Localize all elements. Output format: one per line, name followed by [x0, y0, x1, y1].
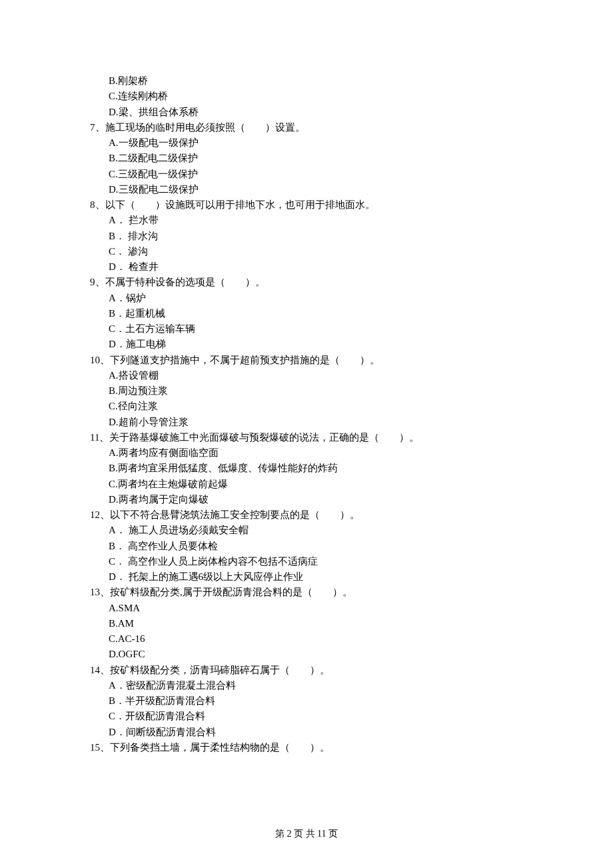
option-text: D． 检查井 — [90, 259, 523, 275]
option-text: B． 高空作业人员要体检 — [90, 539, 523, 554]
option-text: C.AC-16 — [90, 631, 523, 647]
option-text: C.两者均在主炮爆破前起爆 — [90, 477, 523, 492]
question-text: 8、以下（ ）设施既可以用于排地下水，也可用于排地面水。 — [90, 197, 523, 213]
option-text: C． 高空作业人员上岗体检内容不包括不适病症 — [90, 554, 523, 569]
option-text: C．开级配沥青混合料 — [90, 709, 523, 724]
option-text: D.超前小导管注浆 — [90, 415, 523, 430]
option-text: C．土石方运输车辆 — [90, 321, 523, 337]
option-text: D.三级配电二级保护 — [90, 182, 523, 197]
page-content: B.刚架桥C.连续刚构桥D.梁、拱组合体系桥7、施工现场的临时用电必须按照（ ）… — [90, 73, 523, 755]
question-text: 13、按矿料级配分类,属于开级配沥青混合料的是（ ）。 — [90, 585, 523, 600]
question-text: 9、不属于特种设备的选项是（ ）。 — [90, 275, 523, 290]
option-text: B． 排水沟 — [90, 229, 523, 244]
option-text: A.一级配电一级保护 — [90, 135, 523, 151]
option-text: D.OGFC — [90, 647, 523, 662]
question-text: 12、以下不符合悬臂浇筑法施工安全控制要点的是（ ）。 — [90, 507, 523, 523]
option-text: B.AM — [90, 616, 523, 631]
option-text: D.梁、拱组合体系桥 — [90, 105, 523, 120]
option-text: A． 拦水带 — [90, 213, 523, 228]
question-text: 15、下列备类挡土墙，属于柔性结构物的是（ ）。 — [90, 740, 523, 755]
document-page: B.刚架桥C.连续刚构桥D.梁、拱组合体系桥7、施工现场的临时用电必须按照（ ）… — [0, 0, 613, 868]
option-text: C.三级配电一级保护 — [90, 167, 523, 182]
option-text: D．间断级配沥青混合料 — [90, 725, 523, 740]
option-text: B.周边预注浆 — [90, 383, 523, 399]
option-text: B.两者均宜采用低猛度、低爆度、传爆性能好的炸药 — [90, 461, 523, 476]
option-text: D． 托架上的施工遇6级以上大风应停止作业 — [90, 569, 523, 585]
option-text: B.二级配电二级保护 — [90, 151, 523, 166]
option-text: A． 施工人员进场必须戴安全帽 — [90, 523, 523, 538]
option-text: A．密级配沥青混凝土混合料 — [90, 678, 523, 693]
option-text: B．起重机械 — [90, 306, 523, 321]
option-text: C.径向注浆 — [90, 399, 523, 414]
option-text: A.SMA — [90, 601, 523, 616]
option-text: D.两者均属于定向爆破 — [90, 492, 523, 507]
question-text: 7、施工现场的临时用电必须按照（ ）设置。 — [90, 120, 523, 135]
option-text: C． 渗沟 — [90, 244, 523, 259]
option-text: D．施工电梯 — [90, 337, 523, 352]
question-text: 10、下列隧道支护措施中，不属于超前预支护措施的是（ ）。 — [90, 353, 523, 368]
question-text: 11、关于路基爆破施工中光面爆破与预裂爆破的说法，正确的是（ ）。 — [90, 430, 523, 445]
page-footer: 第 2 页 共 11 页 — [0, 827, 613, 841]
option-text: A.两者均应有侧面临空面 — [90, 445, 523, 461]
question-text: 14、按矿料级配分类，沥青玛碲脂碎石属于（ ）。 — [90, 663, 523, 678]
option-text: B．半开级配沥青混合料 — [90, 693, 523, 709]
option-text: B.刚架桥 — [90, 73, 523, 89]
option-text: A.搭设管棚 — [90, 368, 523, 383]
option-text: A．锅炉 — [90, 291, 523, 306]
option-text: C.连续刚构桥 — [90, 89, 523, 104]
